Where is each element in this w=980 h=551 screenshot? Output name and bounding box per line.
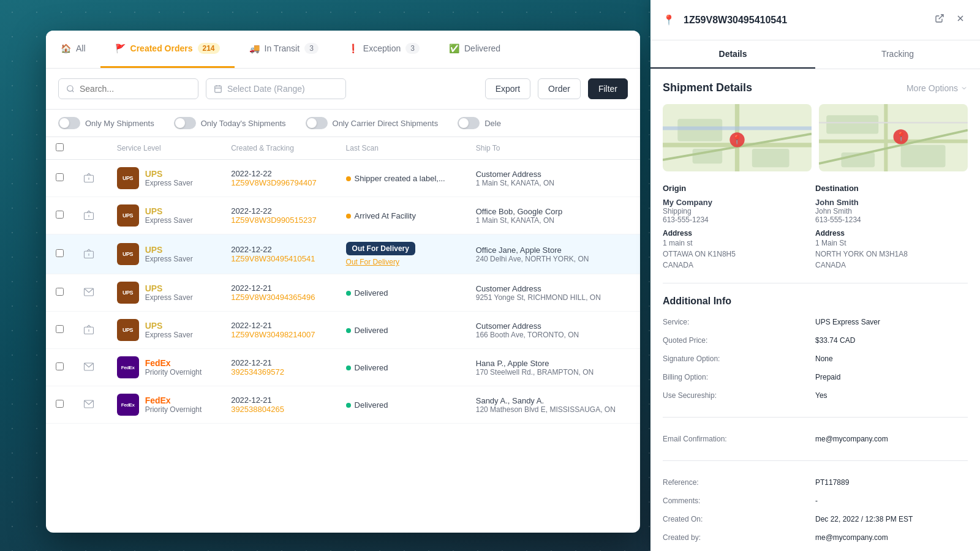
info-label: Reference: <box>663 476 815 489</box>
select-all-checkbox[interactable] <box>56 143 64 151</box>
tab-details[interactable]: Details <box>650 40 815 69</box>
carrier-cell: FedEx FedEx Priority Overnight <box>117 394 212 416</box>
tracking-number[interactable]: 1Z59V8W3D990515237 <box>231 216 326 225</box>
row-service-cell: UPS UPS Express Saver <box>107 160 222 197</box>
carrier-service: Express Saver <box>145 331 193 339</box>
carrier-service: Priority Overnight <box>145 368 202 377</box>
additional-info-title: Additional Info <box>663 296 968 307</box>
created-date: 2022-12-21 <box>231 358 326 367</box>
svg-rect-26 <box>663 126 812 130</box>
tab-created-orders[interactable]: 🚩 Created Orders 214 <box>100 31 235 68</box>
row-ship-to-cell: Sandy A., Sandy A. 120 Matheson Blvd E, … <box>466 386 640 424</box>
carrier-logo: UPS <box>117 243 139 265</box>
today-shipments-toggle[interactable] <box>174 117 196 129</box>
destination-address: 1 Main St NORTH YORK ON M3H1A8 CANADA <box>815 238 968 271</box>
scan-status: Delivered <box>355 363 388 372</box>
row-checkbox[interactable] <box>56 288 64 296</box>
table-row[interactable]: UPS UPS Express Saver 2022-12-22 1Z59V8W… <box>46 160 640 197</box>
table-row[interactable]: UPS UPS Express Saver 2022-12-21 1Z59V8W… <box>46 312 640 349</box>
filter-button[interactable]: Filter <box>588 78 628 99</box>
info-divider <box>663 460 968 461</box>
carrier-info: UPS Express Saver <box>145 283 193 302</box>
row-service-cell: UPS UPS Express Saver <box>107 197 222 234</box>
table-row[interactable]: UPS UPS Express Saver 2022-12-22 1Z59V8W… <box>46 197 640 234</box>
row-checkbox[interactable] <box>56 325 64 333</box>
carrier-logo: UPS <box>117 282 139 304</box>
ship-to-name: Sandy A., Sandy A. <box>476 396 630 405</box>
tracking-number[interactable]: 1Z59V8W3D996794407 <box>231 178 326 187</box>
shipments-table: Service Level Created & Tracking Last Sc… <box>46 137 640 424</box>
svg-rect-33 <box>901 145 946 167</box>
row-checkbox[interactable] <box>56 173 64 181</box>
carrier-service: Express Saver <box>145 216 193 225</box>
tracking-number[interactable]: 392534369572 <box>231 367 326 377</box>
col-icon <box>74 137 107 160</box>
shipment-details-header: Shipment Details More Options <box>663 81 968 94</box>
my-shipments-label: Only My Shipments <box>85 119 154 128</box>
carrier-direct-toggle[interactable] <box>306 117 328 129</box>
row-icon-cell <box>74 197 107 234</box>
destination-section: Destination John Smith John Smith 613-55… <box>815 184 968 271</box>
close-panel-button[interactable] <box>953 11 968 29</box>
carrier-cell: UPS UPS Express Saver <box>117 204 212 227</box>
tracking-number[interactable]: 1Z59V8W30495410541 <box>231 254 326 263</box>
order-button[interactable]: Order <box>538 78 581 99</box>
carrier-cell: FedEx FedEx Priority Overnight <box>117 356 212 378</box>
tab-all[interactable]: 🏠 All <box>46 31 100 68</box>
created-date: 2022-12-21 <box>231 321 326 330</box>
toolbar: Select Date (Range) Export Order Filter <box>46 69 640 110</box>
ship-to-name: Customer Address <box>476 170 630 179</box>
svg-rect-32 <box>826 115 878 133</box>
dele-toggle[interactable] <box>458 117 480 129</box>
more-options-button[interactable]: More Options <box>907 83 968 93</box>
info-value: $33.74 CAD <box>815 334 968 347</box>
carrier-name: FedEx <box>145 358 202 368</box>
tab-exception[interactable]: ❗ Exception 3 <box>333 31 434 68</box>
date-range-container[interactable]: Select Date (Range) <box>206 78 346 99</box>
table-row[interactable]: FedEx FedEx Priority Overnight 2022-12-2… <box>46 386 640 424</box>
info-label: Signature Option: <box>663 352 815 365</box>
tab-in-transit[interactable]: 🚚 In Transit 3 <box>235 31 333 68</box>
row-checkbox[interactable] <box>56 400 64 408</box>
origin-address: 1 main st OTTAWA ON K1N8H5 CANADA <box>663 238 815 271</box>
tracking-number[interactable]: 1Z59V8W30498214007 <box>231 330 326 339</box>
carrier-logo: UPS <box>117 319 139 341</box>
table-row[interactable]: UPS UPS Express Saver 2022-12-21 1Z59V8W… <box>46 274 640 312</box>
exception-icon: ❗ <box>348 43 358 53</box>
export-button[interactable]: Export <box>485 78 530 99</box>
carrier-service: Express Saver <box>145 179 193 187</box>
carrier-info: UPS Express Saver <box>145 169 193 187</box>
scan-dot <box>346 365 351 370</box>
tab-tracking[interactable]: Tracking <box>815 40 980 69</box>
info-value: Dec 22, 2022 / 12:38 PM EST <box>815 512 968 526</box>
carrier-service: Priority Overnight <box>145 405 202 414</box>
table-row[interactable]: FedEx FedEx Priority Overnight 2022-12-2… <box>46 349 640 386</box>
origin-phone: 613-555-1234 <box>663 216 815 224</box>
table-row[interactable]: UPS UPS Express Saver 2022-12-22 1Z59V8W… <box>46 234 640 274</box>
carrier-info: UPS Express Saver <box>145 245 193 263</box>
tracking-number[interactable]: 1Z59V8W30494365496 <box>231 293 326 302</box>
info-label: Service: <box>663 315 815 329</box>
row-checkbox[interactable] <box>56 211 64 219</box>
carrier-name: UPS <box>145 245 193 255</box>
location-pin-icon: 📍 <box>663 14 675 26</box>
created-date: 2022-12-22 <box>231 245 326 254</box>
search-input[interactable] <box>80 84 190 94</box>
ship-to-addr: 9251 Yonge St, RICHMOND HILL, ON <box>476 293 630 302</box>
row-scan-cell: Arrived At Facility <box>336 197 466 234</box>
scan-status: Arrived At Facility <box>355 211 416 220</box>
external-link-button[interactable] <box>932 11 947 29</box>
carrier-logo: UPS <box>117 167 139 189</box>
row-checkbox[interactable] <box>56 362 64 370</box>
row-tracking-cell: 2022-12-22 1Z59V8W3D996794407 <box>221 160 336 197</box>
tracking-number[interactable]: 392538804265 <box>231 405 326 414</box>
out-for-delivery-link[interactable]: Out For Delivery <box>346 258 456 266</box>
tab-delivered[interactable]: ✅ Delivered <box>434 31 515 68</box>
info-divider <box>663 417 968 418</box>
toggle-carrier-direct: Only Carrier Direct Shipments <box>306 117 439 129</box>
info-value: None <box>815 352 968 365</box>
my-shipments-toggle[interactable] <box>58 117 80 129</box>
created-orders-badge: 214 <box>198 43 220 54</box>
row-checkbox[interactable] <box>56 249 64 257</box>
destination-label: Destination <box>815 184 968 193</box>
